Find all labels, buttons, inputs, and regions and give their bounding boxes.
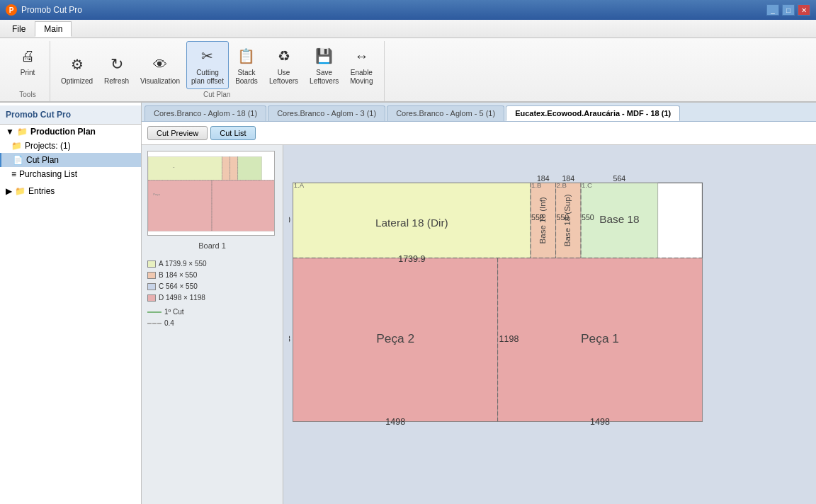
save-leftovers-icon: 💾 [313,45,336,67]
board-thumbnail: ~ Peça [147,151,275,236]
cutting-button[interactable]: ✂ Cuttingplan offset [186,41,229,89]
save-leftovers-button[interactable]: 💾 SaveLeftovers [305,41,344,89]
optimized-label: Optimized [61,77,93,86]
visualization-icon: 👁 [149,53,171,76]
svg-text:550: 550 [557,213,570,222]
sidebar-item-entries[interactable]: ▶ 📁 Entries [0,184,141,198]
svg-text:550: 550 [582,213,594,222]
production-plan-expand-icon: ▼ [6,127,14,137]
right-panel[interactable]: Lateral 18 (Dir) Base 18 (Inf) Base 18 (… [283,145,816,504]
app-icon: P [6,4,17,16]
use-leftovers-icon: ♻ [273,45,295,67]
window-controls[interactable]: _ □ ✕ [766,4,810,16]
svg-text:2.B: 2.B [557,181,567,189]
legend-item-a: A 1739.9 × 550 [147,258,277,270]
cut-preview-button[interactable]: Cut Preview [147,126,208,140]
svg-text:1498: 1498 [385,417,405,427]
view-toolbar: Cut Preview Cut List [142,122,816,145]
stack-boards-button[interactable]: 📋 StackBoards [230,41,263,89]
legend-label-firstcut: 1º Cut [164,307,184,318]
tab-eucatex-mdf-18[interactable]: Eucatex.Ecowood.Araucária - MDF - 18 (1) [506,105,680,121]
legend-line-firstcut [147,311,162,313]
menu-file[interactable]: File [3,21,35,37]
content-pane: Cores.Branco - Aglom - 18 (1) Cores.Bran… [142,103,816,504]
purchasing-list-icon: ≡ [11,169,16,179]
ribbon-group-tools: 🖨 Print Tools [6,41,50,101]
cut-plan-diagram: Lateral 18 (Dir) Base 18 (Inf) Base 18 (… [289,151,707,455]
legend-item-c: C 564 × 550 [147,281,277,292]
cut-list-button[interactable]: Cut List [210,126,255,140]
production-plan-label: Production Plan [30,127,96,137]
canvas-area: ~ Peça Board 1 A 1739.9 × 550 [142,145,816,504]
use-leftovers-label: UseLeftovers [269,69,298,86]
legend-color-c [147,283,156,290]
ribbon-group-cutplan: ⚙ Optimized ↻ Refresh 👁 Visualization ✂ … [50,41,385,101]
app-title: Promob Cut Pro [21,5,82,15]
menu-bar: File Main [0,20,816,38]
menu-main[interactable]: Main [35,21,72,37]
entries-expand-icon: ▶ [6,186,12,196]
title-bar: P Promob Cut Pro _ □ ✕ [0,0,816,20]
svg-text:550: 550 [289,215,290,225]
purchasing-list-label: Purchasing List [19,169,77,179]
board-label: Board 1 [147,241,277,250]
maximize-button[interactable]: □ [782,4,795,16]
svg-rect-3 [238,156,262,180]
legend-color-a [147,260,156,268]
use-leftovers-button[interactable]: ♻ UseLeftovers [264,41,303,89]
legend-color-b [147,272,156,279]
legend-item-d: D 1498 × 1198 [147,292,277,304]
sidebar-item-cut-plan[interactable]: 📄 Cut Plan [0,153,141,167]
legend-item-firstcut: 1º Cut [147,307,277,318]
svg-text:1.B: 1.B [531,181,541,189]
svg-rect-2 [230,156,238,180]
sidebar-item-projects[interactable]: 📁 Projects: (1) [0,139,141,153]
svg-text:Base 18: Base 18 [599,213,640,225]
stack-boards-icon: 📋 [235,45,258,67]
svg-text:Peça 1: Peça 1 [581,331,619,345]
save-leftovers-label: SaveLeftovers [310,69,339,86]
tab-branco-18[interactable]: Cores.Branco - Aglom - 18 (1) [144,105,266,121]
svg-text:1739.9: 1739.9 [398,254,425,264]
entries-icon: 📁 [15,186,26,196]
legend-label-d: D 1498 × 1198 [159,292,205,304]
refresh-button[interactable]: ↻ Refresh [99,50,134,89]
close-button[interactable]: ✕ [798,4,810,16]
cut-plan-icon: 📄 [13,155,23,165]
legend-item-b: B 184 × 550 [147,270,277,281]
projects-icon: 📁 [11,141,22,151]
refresh-icon: ↻ [106,53,128,76]
cutplan-group-label: Cut Plan [203,89,230,98]
cut-plan-label: Cut Plan [26,155,59,165]
svg-text:1.C: 1.C [582,181,592,189]
cutting-label: Cuttingplan offset [191,69,224,86]
sidebar-item-production-plan[interactable]: ▼ 📁 Production Plan [0,125,141,139]
legend-label-c: C 564 × 550 [159,281,198,292]
svg-text:Lateral 18 (Dir): Lateral 18 (Dir) [375,217,448,229]
main-area: Promob Cut Pro ▼ 📁 Production Plan 📁 Pro… [0,103,816,504]
legend-item-offset: 0.4 [147,318,277,329]
enable-moving-label: EnableMoving [350,69,373,86]
svg-text:Peça 2: Peça 2 [376,331,414,345]
tab-branco-3[interactable]: Cores.Branco - Aglom - 3 (1) [268,105,385,121]
print-button[interactable]: 🖨 Print [11,41,44,81]
svg-text:~: ~ [173,166,175,169]
visualization-button[interactable]: 👁 Visualization [135,50,185,89]
sidebar-item-purchasing-list[interactable]: ≡ Purchasing List [0,167,141,181]
legend-label-a: A 1739.9 × 550 [159,258,207,270]
tab-branco-5[interactable]: Cores.Branco - Aglom - 5 (1) [387,105,504,121]
legend-label-offset: 0.4 [164,318,174,329]
entries-label: Entries [28,186,55,196]
cut-display: ~ Peça Board 1 A 1739.9 × 550 [142,145,816,504]
production-plan-icon: 📁 [17,127,28,137]
minimize-button[interactable]: _ [766,4,779,16]
optimized-button[interactable]: ⚙ Optimized [56,50,98,89]
print-icon: 🖨 [16,45,39,67]
enable-moving-button[interactable]: ↔ EnableMoving [345,41,378,89]
left-panel: ~ Peça Board 1 A 1739.9 × 550 [142,145,283,504]
projects-label: Projects: (1) [25,141,71,151]
thumbnail-svg: ~ Peça [148,151,275,236]
svg-text:Peça: Peça [153,193,160,196]
svg-text:1498: 1498 [590,417,610,427]
legend-area: A 1739.9 × 550 B 184 × 550 C 564 × 550 [147,258,277,329]
